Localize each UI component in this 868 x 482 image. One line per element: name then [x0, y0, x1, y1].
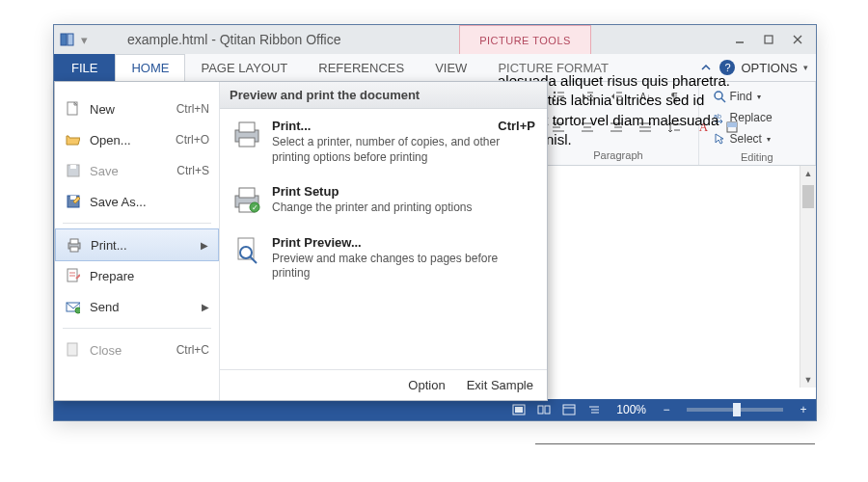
svg-rect-51 [239, 138, 255, 147]
view-reading-button[interactable] [535, 402, 553, 417]
svg-rect-50 [239, 122, 255, 132]
file-menu-save: Save Ctrl+S [55, 155, 219, 186]
app-window: ▾ example.html - Qtitan Ribbon Office PI… [53, 24, 817, 421]
zoom-level[interactable]: 100% [616, 403, 646, 416]
scroll-up-button[interactable]: ▲ [800, 166, 816, 181]
svg-rect-0 [61, 34, 67, 45]
save-as-icon [65, 194, 80, 209]
options-dropdown-icon[interactable]: ▾ [803, 63, 808, 72]
svg-rect-64 [563, 405, 575, 415]
tab-file[interactable]: FILE [54, 54, 115, 81]
file-menu-option-button[interactable]: Option [408, 378, 445, 392]
zoom-in-button[interactable]: + [797, 403, 810, 416]
svg-rect-48 [68, 343, 77, 356]
scroll-thumb[interactable] [802, 185, 814, 208]
print-icon [66, 237, 81, 253]
status-bar: 100% − + [54, 399, 816, 420]
close-doc-icon [65, 342, 80, 358]
file-menu-exit-button[interactable]: Exit Sample [467, 378, 533, 392]
file-submenu-panel: Preview and print the document Print...C… [220, 82, 547, 400]
submenu-print-preview[interactable]: Print Preview... Preview and make change… [220, 226, 547, 291]
tab-references[interactable]: REFERENCES [303, 54, 420, 81]
file-menu-save-as[interactable]: Save As... [55, 186, 219, 217]
submenu-print[interactable]: Print...Ctrl+P Select a printer, number … [220, 109, 547, 174]
new-icon [65, 101, 80, 117]
submenu-arrow-icon: ▶ [202, 302, 209, 312]
submenu-header: Preview and print the document [220, 82, 547, 109]
title-bar: ▾ example.html - Qtitan Ribbon Office PI… [54, 25, 816, 54]
svg-rect-63 [545, 406, 550, 414]
prepare-icon [65, 268, 80, 283]
file-menu-list: New Ctrl+N Open... Ctrl+O Save Ctrl+S Sa… [55, 82, 220, 400]
submenu-print-setup[interactable]: ✓ Print Setup Change the printer and pri… [220, 174, 547, 226]
tab-page-layout[interactable]: PAGE LAYOUT [185, 54, 303, 81]
submenu-arrow-icon: ▶ [201, 240, 208, 251]
file-menu-close: Close Ctrl+C [55, 335, 219, 365]
scroll-down-button[interactable]: ▼ [800, 372, 816, 388]
decorative-line [535, 443, 815, 444]
view-print-layout-button[interactable] [510, 402, 528, 417]
minimize-button[interactable] [727, 30, 752, 49]
preview-icon [231, 235, 262, 266]
view-outline-button[interactable] [585, 402, 603, 417]
save-icon [65, 163, 80, 178]
printer-icon [231, 119, 262, 149]
open-icon [65, 132, 80, 147]
vertical-scrollbar[interactable]: ▲ ▼ [800, 166, 816, 388]
svg-rect-62 [538, 406, 543, 414]
group-label-paragraph: Paragraph [546, 149, 690, 161]
window-title: example.html - Qtitan Ribbon Office [127, 32, 727, 47]
svg-rect-61 [515, 407, 523, 413]
printer-setup-icon: ✓ [231, 184, 262, 215]
file-menu-new[interactable]: New Ctrl+N [55, 94, 219, 124]
svg-rect-43 [70, 239, 78, 244]
group-label-editing: Editing [707, 151, 807, 163]
tab-home[interactable]: HOME [115, 54, 185, 82]
svg-rect-53 [239, 188, 255, 198]
svg-point-47 [75, 308, 80, 313]
svg-text:✓: ✓ [252, 203, 258, 212]
svg-rect-39 [70, 165, 76, 169]
file-menu: New Ctrl+N Open... Ctrl+O Save Ctrl+S Sa… [54, 81, 548, 401]
contextual-tools-label: PICTURE TOOLS [459, 25, 591, 55]
tab-view[interactable]: VIEW [420, 54, 482, 81]
view-web-button[interactable] [560, 402, 578, 417]
svg-rect-3 [765, 36, 773, 43]
file-menu-print[interactable]: Print... ▶ [55, 228, 219, 261]
maximize-button[interactable] [756, 30, 781, 49]
zoom-slider[interactable] [687, 408, 783, 412]
file-menu-prepare[interactable]: Prepare [55, 260, 219, 291]
send-icon [65, 299, 80, 314]
zoom-out-button[interactable]: − [660, 403, 673, 416]
close-button[interactable] [785, 30, 810, 49]
svg-rect-44 [70, 247, 78, 252]
qat-customize-icon[interactable]: ▾ [79, 33, 89, 47]
file-menu-open[interactable]: Open... Ctrl+O [55, 124, 219, 155]
file-menu-send[interactable]: Send ▶ [55, 291, 219, 322]
zoom-slider-thumb[interactable] [733, 403, 741, 416]
svg-rect-1 [68, 34, 73, 45]
app-icon [60, 33, 75, 46]
